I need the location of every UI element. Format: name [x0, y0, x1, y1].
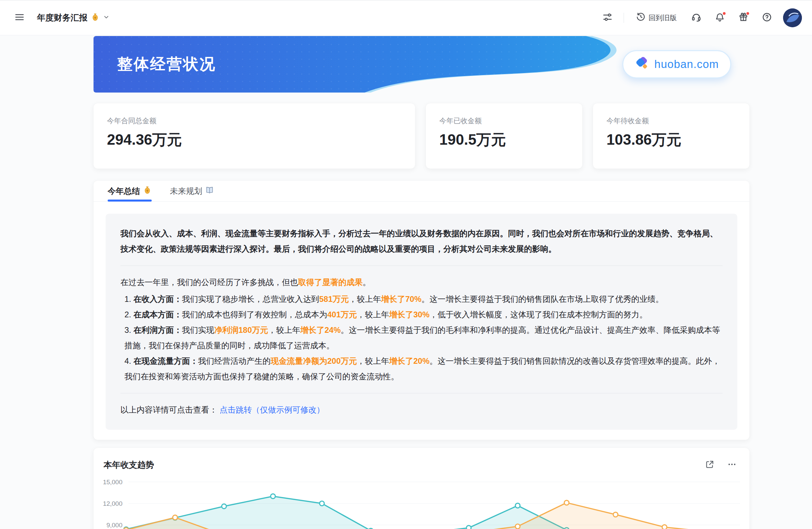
notifications-button[interactable]	[712, 11, 727, 25]
orange-series-point	[124, 528, 129, 529]
expand-chart-button[interactable]	[702, 457, 717, 472]
support-button[interactable]	[689, 11, 704, 25]
summary-intro: 我们会从收入、成本、利润、现金流量等主要财务指标入手，分析过去一年的业绩以及财务…	[120, 226, 723, 257]
footer-text: 以上内容详情可点击查看：	[120, 405, 217, 414]
brand-text: huoban.com	[654, 58, 719, 71]
text-segment: ，低于收入增长幅度，这体现了我们在成本控制方面的努力。	[430, 310, 648, 319]
summary-list-item: 1. 在收入方面：我们实现了稳步增长，总营业收入达到581万元，较上年增长了70…	[120, 291, 723, 307]
orange-series-point	[613, 512, 618, 517]
summary-list-item: 4. 在现金流量方面：我们经营活动产生的现金流量净额为200万元，较上年增长了2…	[120, 353, 723, 384]
list-number: 4.	[125, 356, 133, 366]
teal-series-point	[320, 501, 324, 506]
text-segment: 我们实现	[182, 325, 214, 334]
summary-lead: 在过去一年里，我们的公司经历了许多挑战，但也取得了显著的成果。	[120, 275, 723, 290]
hamburger-icon	[14, 12, 25, 23]
list-number: 3.	[125, 325, 133, 334]
stat-label: 今年合同总金额	[107, 116, 402, 126]
orange-series-point	[173, 515, 178, 520]
divider	[120, 266, 723, 266]
money-bag-icon	[143, 186, 152, 197]
teal-series-point	[222, 504, 227, 509]
tabs-header: 今年总结 未来规划	[93, 181, 750, 202]
question-icon	[762, 12, 772, 23]
highlight-text: 581万元	[319, 295, 349, 303]
stat-value: 294.36万元	[107, 131, 402, 148]
summary-content: 我们会从收入、成本、利润、现金流量等主要财务指标入手，分析过去一年的业绩以及财务…	[106, 214, 737, 430]
tab-this-year-summary[interactable]: 今年总结	[107, 181, 152, 201]
text-segment: ，较上年	[349, 295, 381, 303]
tab-future-plan[interactable]: 未来规划	[170, 181, 214, 201]
list-number: 2.	[125, 310, 133, 319]
external-link-icon	[705, 460, 714, 470]
history-icon	[636, 12, 646, 23]
book-icon	[205, 186, 214, 197]
display-settings-button[interactable]	[600, 11, 615, 25]
text-segment: 我们实现了稳步增长，总营业收入达到	[182, 295, 319, 303]
orange-series-point	[564, 500, 569, 505]
highlight-text: 401万元	[327, 310, 357, 319]
teal-series-point	[466, 526, 471, 529]
stat-label: 今年已收金额	[439, 116, 569, 126]
teal-series-point	[515, 503, 520, 508]
highlight-text: 增长了20%	[389, 356, 430, 366]
nav-divider	[624, 13, 624, 23]
highlight-text: 取得了显著的成果	[298, 277, 363, 287]
divider	[120, 393, 723, 394]
text-segment: 在现金流量方面：	[133, 356, 198, 366]
trend-chart-card: 本年收支趋势 15,00012,0009,000	[93, 448, 750, 529]
list-number: 1.	[125, 295, 133, 303]
summary-list-item: 3. 在利润方面：我们实现净利润180万元，较上年增长了24%。这一增长主要得益…	[120, 323, 723, 353]
report-page: 整体经营状况 huoban.com 今年合同总金额 294.36万元 今年已收金…	[93, 36, 750, 529]
money-bag-icon	[91, 13, 100, 23]
page-title: 年度财务汇报	[37, 12, 87, 23]
y-axis-tick: 15,000	[103, 478, 122, 486]
top-navbar: 年度财务汇报 回到旧版	[0, 0, 812, 35]
highlight-text: 现金流量净额为200万元	[271, 356, 357, 366]
ellipsis-icon	[727, 460, 737, 470]
orange-series-point	[515, 524, 520, 529]
highlight-text: 增长了30%	[389, 310, 430, 319]
brand-badge: huoban.com	[622, 50, 731, 78]
notification-badge	[722, 12, 726, 15]
text-segment: ，较上年	[357, 356, 389, 366]
jump-link[interactable]: 点击跳转（仅做示例可修改）	[220, 405, 324, 414]
stats-row: 今年合同总金额 294.36万元 今年已收金额 190.5万元 今年待收金额 1…	[93, 103, 750, 169]
back-to-old-version-button[interactable]: 回到旧版	[633, 10, 680, 26]
text-segment: ，较上年	[268, 325, 300, 334]
text-segment: 我们的成本也得到了有效控制，总成本为	[182, 310, 327, 319]
summary-card: 今年总结 未来规划 我们会从收入、成本、利润、现金流量等主要财务指标入手，分析过…	[93, 181, 750, 440]
chart-title: 本年收支趋势	[104, 459, 154, 470]
stat-value: 190.5万元	[439, 131, 569, 148]
text-segment: 在成本方面：	[133, 310, 182, 319]
stat-card-pending: 今年待收金额 103.86万元	[593, 103, 750, 169]
highlight-text: 增长了70%	[381, 295, 421, 303]
back-to-old-version-label: 回到旧版	[649, 13, 677, 23]
teal-series-point	[271, 494, 275, 499]
stat-label: 今年待收金额	[607, 116, 736, 126]
orange-series-point	[662, 525, 667, 529]
text-segment: 在利润方面：	[133, 325, 182, 334]
whats-new-badge	[746, 12, 750, 15]
avatar[interactable]	[783, 9, 802, 27]
chart-more-button[interactable]	[725, 457, 739, 472]
sliders-icon	[603, 12, 612, 23]
y-axis-tick: 9,000	[106, 521, 122, 529]
banner-title: 整体经营状况	[117, 54, 216, 75]
banner: 整体经营状况 huoban.com	[93, 36, 750, 92]
y-axis-tick: 12,000	[103, 500, 122, 507]
text-segment: 在过去一年里，我们的公司经历了许多挑战，但也	[120, 277, 298, 287]
whats-new-button[interactable]	[736, 11, 751, 25]
report-title-dropdown[interactable]: 年度财务汇报	[37, 12, 110, 23]
text-segment: 。这一增长主要得益于我们的销售团队在市场上取得了优秀的业绩。	[421, 295, 664, 303]
headset-icon	[691, 12, 701, 23]
chevron-down-icon	[103, 14, 110, 22]
tab-label: 未来规划	[170, 186, 202, 197]
tab-label: 今年总结	[107, 186, 140, 197]
stat-value: 103.86万元	[607, 131, 736, 148]
text-segment: 。	[363, 277, 371, 287]
text-segment: 在收入方面：	[133, 295, 182, 303]
chart-header: 本年收支趋势	[93, 448, 750, 472]
menu-button[interactable]	[12, 11, 27, 25]
summary-list-item: 2. 在成本方面：我们的成本也得到了有效控制，总成本为401万元，较上年增长了3…	[120, 307, 723, 323]
help-button[interactable]	[759, 11, 774, 25]
